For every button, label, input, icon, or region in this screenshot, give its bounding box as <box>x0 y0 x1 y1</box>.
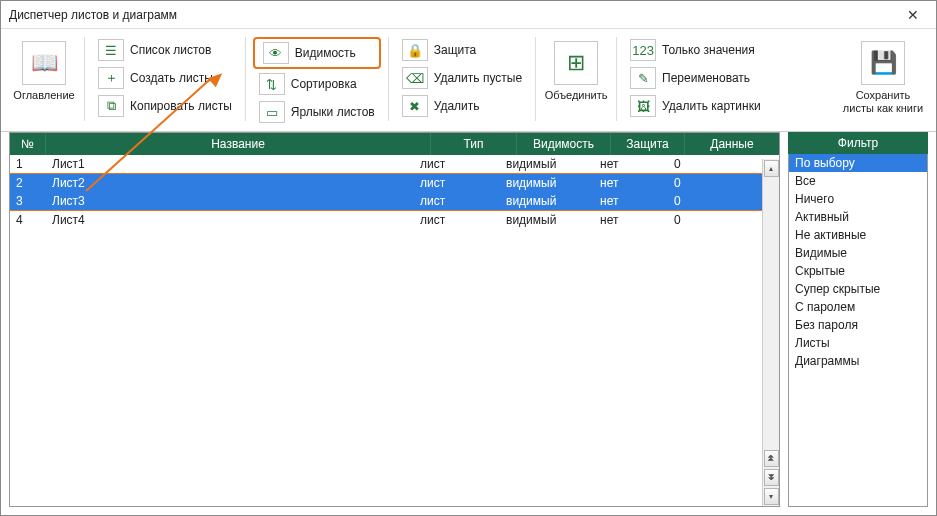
scroll-down-button[interactable]: ▾ <box>764 488 779 505</box>
rename-icon: ✎ <box>630 67 656 89</box>
filter-header: Фильтр <box>788 132 928 154</box>
separator <box>616 37 617 121</box>
save-as-books-button[interactable]: 💾 Сохранить листы как книги <box>840 37 926 118</box>
cell-protection: нет <box>594 155 668 173</box>
merge-label: Объединить <box>545 89 608 102</box>
col-name[interactable]: Название <box>46 133 431 155</box>
col-num[interactable]: № <box>10 133 46 155</box>
sort-label: Сортировка <box>291 77 357 91</box>
scroll-up-button[interactable]: ▴ <box>764 160 779 177</box>
filter-list: По выборуВсеНичегоАктивныйНе активныеВид… <box>788 154 928 507</box>
cell-type: лист <box>414 192 500 210</box>
col-type[interactable]: Тип <box>431 133 517 155</box>
cell-data: 0 <box>668 211 762 229</box>
cell-num: 1 <box>10 155 46 173</box>
filter-item[interactable]: Диаграммы <box>789 352 927 370</box>
separator <box>84 37 85 121</box>
separator <box>535 37 536 121</box>
list-sheets-button[interactable]: ☰ Список листов <box>92 37 238 63</box>
titlebar: Диспетчер листов и диаграмм ✕ <box>1 1 936 29</box>
values-icon: 123 <box>630 39 656 61</box>
sort-icon: ⇅ <box>259 73 285 95</box>
visibility-button[interactable]: 👁 Видимость <box>257 40 377 66</box>
create-sheets-label: Создать листы <box>130 71 213 85</box>
cell-visibility: видимый <box>500 211 594 229</box>
cell-protection: нет <box>594 192 668 210</box>
filter-item[interactable]: Видимые <box>789 244 927 262</box>
toc-button[interactable]: 📖 Оглавление <box>11 37 77 106</box>
filter-item[interactable]: По выбору <box>789 154 927 172</box>
delete-button[interactable]: ✖ Удалить <box>396 93 528 119</box>
cell-num: 3 <box>10 192 46 210</box>
plus-icon: ＋ <box>98 67 124 89</box>
binoculars-icon: 👁 <box>263 42 289 64</box>
filter-item[interactable]: Не активные <box>789 226 927 244</box>
table-row[interactable]: 2Лист2листвидимыйнет0 <box>10 173 762 192</box>
sort-button[interactable]: ⇅ Сортировка <box>253 71 381 97</box>
cell-protection: нет <box>594 174 668 192</box>
protection-label: Защита <box>434 43 477 57</box>
filter-item[interactable]: Листы <box>789 334 927 352</box>
cell-name: Лист1 <box>46 155 414 173</box>
save-icon: 💾 <box>861 41 905 85</box>
cell-visibility: видимый <box>500 174 594 192</box>
filter-item[interactable]: Без пароля <box>789 316 927 334</box>
cell-visibility: видимый <box>500 192 594 210</box>
vertical-scrollbar[interactable]: ▴ ⯭ ⯯ ▾ <box>762 159 779 506</box>
filter-item[interactable]: Скрытые <box>789 262 927 280</box>
cell-protection: нет <box>594 211 668 229</box>
cell-type: лист <box>414 211 500 229</box>
sheet-ops: ☰ Список листов ＋ Создать листы ⧉ Копиро… <box>92 37 238 119</box>
delete-label: Удалить <box>434 99 480 113</box>
scroll-double-up-button[interactable]: ⯭ <box>764 450 779 467</box>
cell-data: 0 <box>668 192 762 210</box>
cell-name: Лист2 <box>46 174 414 192</box>
toolbar: 📖 Оглавление ☰ Список листов ＋ Создать л… <box>1 29 936 132</box>
cell-type: лист <box>414 155 500 173</box>
delete-icon: ✖ <box>402 95 428 117</box>
col-visibility[interactable]: Видимость <box>517 133 611 155</box>
table-row[interactable]: 3Лист3листвидимыйнет0 <box>10 192 762 211</box>
protection-button[interactable]: 🔒 Защита <box>396 37 528 63</box>
cell-num: 2 <box>10 174 46 192</box>
cell-data: 0 <box>668 155 762 173</box>
table-row[interactable]: 4Лист4листвидимыйнет0 <box>10 211 762 229</box>
copy-sheets-button[interactable]: ⧉ Копировать листы <box>92 93 238 119</box>
values-only-label: Только значения <box>662 43 755 57</box>
filter-item[interactable]: Ничего <box>789 190 927 208</box>
cell-num: 4 <box>10 211 46 229</box>
delete-pictures-button[interactable]: 🖼 Удалить картинки <box>624 93 767 119</box>
values-only-button[interactable]: 123 Только значения <box>624 37 767 63</box>
close-button[interactable]: ✕ <box>898 7 928 23</box>
merge-button[interactable]: ⊞ Объединить <box>543 37 609 106</box>
filter-item[interactable]: Все <box>789 172 927 190</box>
table-body: 1Лист1листвидимыйнет02Лист2листвидимыйне… <box>10 155 779 506</box>
rename-button[interactable]: ✎ Переименовать <box>624 65 767 91</box>
content: № Название Тип Видимость Защита Данные 1… <box>1 132 936 515</box>
view-ops: 👁 Видимость ⇅ Сортировка ▭ Ярлыки листов <box>253 37 381 125</box>
scroll-double-down-button[interactable]: ⯯ <box>764 469 779 486</box>
toc-label: Оглавление <box>13 89 74 102</box>
table-row[interactable]: 1Лист1листвидимыйнет0 <box>10 155 762 173</box>
cell-name: Лист4 <box>46 211 414 229</box>
protect-ops: 🔒 Защита ⌫ Удалить пустые ✖ Удалить <box>396 37 528 119</box>
filter-item[interactable]: Активный <box>789 208 927 226</box>
separator <box>245 37 246 121</box>
delete-empty-button[interactable]: ⌫ Удалить пустые <box>396 65 528 91</box>
col-data[interactable]: Данные <box>685 133 779 155</box>
visibility-highlight: 👁 Видимость <box>253 37 381 69</box>
col-protection[interactable]: Защита <box>611 133 685 155</box>
cell-name: Лист3 <box>46 192 414 210</box>
filter-item[interactable]: Супер скрытые <box>789 280 927 298</box>
filter-item[interactable]: С паролем <box>789 298 927 316</box>
delete-empty-icon: ⌫ <box>402 67 428 89</box>
list-icon: ☰ <box>98 39 124 61</box>
filter-panel: Фильтр По выборуВсеНичегоАктивныйНе акти… <box>788 132 928 507</box>
save-as-books-label: Сохранить листы как книги <box>843 89 923 114</box>
tabs-icon: ▭ <box>259 101 285 123</box>
merge-icon: ⊞ <box>554 41 598 85</box>
cell-visibility: видимый <box>500 155 594 173</box>
tab-labels-button[interactable]: ▭ Ярлыки листов <box>253 99 381 125</box>
misc-ops: 123 Только значения ✎ Переименовать 🖼 Уд… <box>624 37 767 119</box>
create-sheets-button[interactable]: ＋ Создать листы <box>92 65 238 91</box>
